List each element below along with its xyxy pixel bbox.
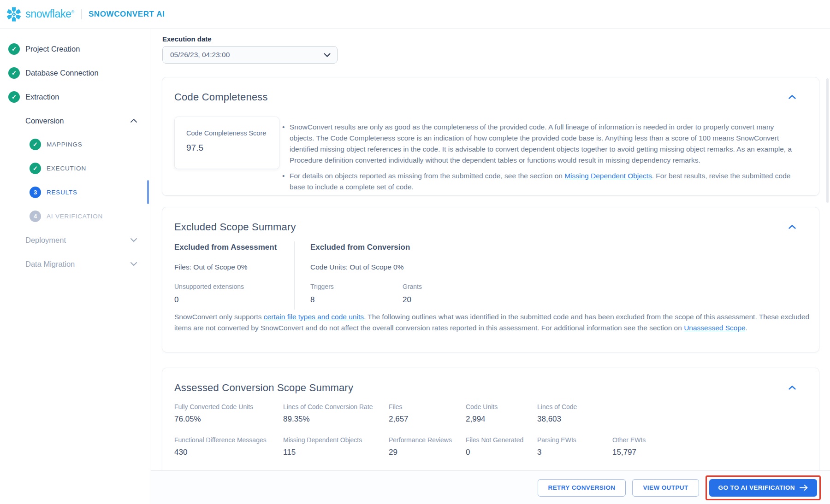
sidebar-item-label: Project Creation — [25, 45, 80, 53]
chevron-up-icon — [130, 119, 137, 123]
sidebar-item-data-migration[interactable]: Data Migration — [25, 257, 150, 271]
assessed-stats-row-1: Fully Converted Code Units 76.05% Lines … — [174, 403, 612, 424]
stat-label: Grants — [403, 283, 422, 290]
app-header: snowflake® SNOWCONVERT AI — [0, 0, 830, 29]
stat-cell: Parsing EWIs 3 — [537, 436, 612, 457]
footer-buttons: RETRY CONVERSION VIEW OUTPUT GO TO AI VE… — [538, 471, 821, 504]
chevron-down-icon — [130, 262, 137, 266]
assessed-stats-row-2: Functional Difference Messages 430 Missi… — [174, 436, 646, 457]
step-number-badge: 4 — [30, 211, 41, 222]
stat-value: 0 — [174, 295, 178, 305]
stat-cell: Lines of Code Conversion Rate 89.35% — [283, 403, 389, 424]
note-bullet: SnowConvert results are only as good as … — [281, 122, 800, 166]
sidebar-item-label: Conversion — [25, 117, 64, 125]
chevron-down-icon — [130, 238, 137, 242]
stat-cell: Fully Converted Code Units 76.05% — [174, 403, 283, 424]
excluded-scope-card: Excluded Scope Summary Excluded from Ass… — [162, 207, 819, 352]
code-completeness-card: Code Completeness Code Completeness Scor… — [162, 77, 819, 196]
sidebar-item-deployment[interactable]: Deployment — [25, 233, 150, 247]
footer-action-bar: RETRY CONVERSION VIEW OUTPUT GO TO AI VE… — [151, 470, 830, 504]
execution-date-value: 05/26/23, 04:23:00 — [170, 51, 324, 59]
sidebar-item-conversion[interactable]: Conversion — [25, 114, 150, 128]
check-icon: ✓ — [30, 139, 41, 150]
sidebar-substep-execution[interactable]: ✓ EXECUTION — [30, 161, 86, 175]
annotation-highlight-box: GO TO AI VERIFICATION — [706, 475, 821, 500]
product-title: SNOWCONVERT AI — [89, 10, 165, 19]
collapse-section-button[interactable] — [787, 384, 798, 392]
score-label: Code Completeness Score — [186, 129, 266, 137]
sidebar-item-project-creation[interactable]: ✓ Project Creation — [8, 42, 80, 56]
stat-cell: Performance Reviews 29 — [389, 436, 466, 457]
column-divider — [294, 241, 295, 310]
excluded-conversion-heading: Excluded from Conversion — [310, 243, 410, 252]
sidebar-item-extraction[interactable]: ✓ Extraction — [8, 90, 59, 104]
retry-conversion-button[interactable]: RETRY CONVERSION — [538, 479, 626, 497]
stat-cell: Code Units 2,994 — [466, 403, 537, 424]
stat-cell: Files 2,657 — [389, 403, 466, 424]
sidebar-substep-ai-verification[interactable]: 4 AI VERIFICATION — [30, 209, 103, 223]
code-completeness-score-card: Code Completeness Score 97.5 — [174, 117, 279, 169]
excluded-assessment-heading: Excluded from Assessment — [174, 243, 277, 252]
execution-date-label: Execution date — [162, 35, 212, 43]
stat-cell: Missing Dependent Objects 115 — [283, 436, 389, 457]
chevron-up-icon — [788, 95, 796, 99]
stat-value: 8 — [310, 295, 314, 305]
sidebar-item-label: Database Connection — [25, 69, 99, 77]
note-bullet: For details on objects reported as missi… — [281, 170, 800, 193]
active-step-indicator — [147, 180, 149, 204]
check-icon: ✓ — [30, 163, 41, 174]
snowflake-logo-icon — [6, 6, 22, 23]
stat-value: 20 — [403, 295, 411, 305]
missing-dependent-objects-link[interactable]: Missing Dependent Objects — [564, 172, 652, 180]
code-completeness-notes: SnowConvert results are only as good as … — [281, 122, 800, 193]
collapse-section-button[interactable] — [787, 223, 798, 231]
unassessed-scope-link[interactable]: Unassessed Scope — [684, 324, 746, 332]
sidebar: ✓ Project Creation ✓ Database Connection… — [0, 29, 150, 504]
sidebar-substep-label: RESULTS — [47, 189, 77, 196]
excluded-assessment-subheading: Files: Out of Scope 0% — [174, 263, 248, 271]
check-icon: ✓ — [8, 43, 20, 55]
collapse-section-button[interactable] — [787, 93, 798, 101]
check-icon: ✓ — [8, 91, 20, 103]
excluded-conversion-subheading: Code Units: Out of Scope 0% — [310, 263, 403, 271]
chevron-down-icon — [324, 53, 331, 57]
score-value: 97.5 — [186, 143, 203, 153]
execution-date-select[interactable]: 05/26/23, 04:23:00 — [162, 46, 338, 64]
card-title: Code Completeness — [174, 91, 268, 103]
brand-name: snowflake® — [25, 8, 74, 20]
assessed-scope-card: Assessed Conversion Scope Summary Fully … — [162, 368, 819, 486]
sidebar-substep-results[interactable]: 3 RESULTS — [30, 185, 77, 199]
stat-cell: Lines of Code 38,603 — [537, 403, 612, 424]
excluded-scope-note: SnowConvert only supports certain file t… — [174, 311, 812, 334]
header-divider — [81, 9, 82, 19]
stat-label: Triggers — [310, 283, 334, 290]
go-to-ai-verification-button[interactable]: GO TO AI VERIFICATION — [709, 479, 817, 497]
view-output-button[interactable]: VIEW OUTPUT — [632, 479, 699, 497]
stat-cell: Files Not Generated 0 — [466, 436, 537, 457]
check-icon: ✓ — [8, 67, 20, 79]
stat-cell: Other EWIs 15,797 — [612, 436, 646, 457]
scrollbar[interactable] — [826, 78, 829, 203]
registered-mark: ® — [71, 10, 74, 14]
sidebar-substep-label: AI VERIFICATION — [47, 213, 103, 220]
sidebar-substep-mappings[interactable]: ✓ MAPPINGS — [30, 137, 83, 151]
sidebar-item-label: Extraction — [25, 93, 59, 101]
card-title: Assessed Conversion Scope Summary — [174, 382, 353, 394]
step-number-badge: 3 — [30, 187, 41, 198]
file-types-link[interactable]: certain file types and code units — [264, 313, 364, 321]
stat-cell: Functional Difference Messages 430 — [174, 436, 283, 457]
stat-label: Unsupported extensions — [174, 283, 244, 290]
sidebar-substep-label: MAPPINGS — [47, 141, 83, 148]
arrow-right-icon — [800, 485, 808, 491]
chevron-up-icon — [788, 225, 796, 229]
sidebar-item-label: Data Migration — [25, 260, 75, 269]
sidebar-item-label: Deployment — [25, 236, 66, 245]
sidebar-substep-label: EXECUTION — [47, 165, 86, 172]
chevron-up-icon — [788, 386, 796, 390]
card-title: Excluded Scope Summary — [174, 221, 296, 233]
sidebar-item-database-connection[interactable]: ✓ Database Connection — [8, 66, 99, 80]
